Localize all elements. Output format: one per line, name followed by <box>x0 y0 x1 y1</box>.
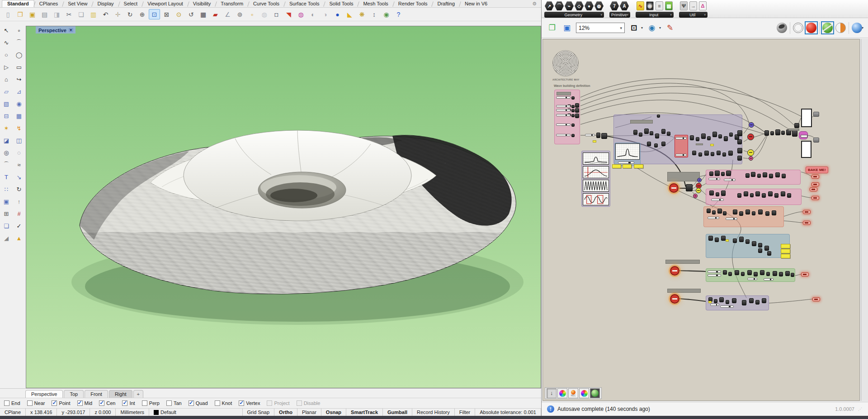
gh-node[interactable] <box>747 270 752 275</box>
gh-node[interactable] <box>737 130 742 136</box>
gh-node[interactable] <box>647 142 651 146</box>
osnap-checkbox-int[interactable] <box>122 400 127 406</box>
gh-open-button[interactable]: ❐ <box>546 22 558 34</box>
gh-node[interactable] <box>745 239 750 244</box>
osnap-vertex[interactable]: Vertex <box>239 400 260 406</box>
status-planar[interactable]: Planar <box>297 409 321 416</box>
cone-tool-icon[interactable]: ▲ <box>14 233 25 243</box>
ghosted-sphere-icon[interactable]: ◑ <box>320 9 331 19</box>
gh-node[interactable] <box>739 211 743 216</box>
flag-icon[interactable]: ◣ <box>344 9 355 19</box>
gh-node[interactable] <box>709 190 714 195</box>
osnap-checkbox-tan[interactable] <box>166 400 172 406</box>
section-tool-icon[interactable]: # <box>14 208 25 219</box>
status-record-history[interactable]: Record History <box>412 409 455 416</box>
gh-node[interactable] <box>723 270 727 275</box>
osnap-tan[interactable]: Tan <box>166 400 182 406</box>
gh-slider-highlighted[interactable] <box>799 131 808 139</box>
viewport-new-tab-button[interactable]: + <box>133 390 143 398</box>
gh-panel-output-b[interactable] <box>801 141 811 158</box>
gh-tab-label-util[interactable]: Util <box>679 12 708 18</box>
split-tool-icon[interactable]: ◫ <box>14 135 25 146</box>
brep-icon[interactable]: ◍ <box>594 1 604 11</box>
circle-center-icon[interactable]: ⊚ <box>234 9 245 19</box>
viewport-tab-right[interactable]: Right <box>109 390 132 398</box>
gh-node[interactable] <box>737 148 742 153</box>
knob-icon[interactable]: ◉ <box>646 1 654 10</box>
osnap-checkbox-end[interactable] <box>4 400 9 406</box>
gh-node[interactable] <box>781 191 785 196</box>
gh-bake-button[interactable] <box>801 272 809 276</box>
explode-tool-icon[interactable]: ✶ <box>1 123 12 133</box>
gh-bake-button[interactable] <box>812 297 820 301</box>
gh-node[interactable] <box>571 105 575 108</box>
osnap-checkbox-mid[interactable] <box>77 400 83 406</box>
gh-panel-yellow[interactable] <box>781 249 790 253</box>
gh-node[interactable] <box>729 133 733 137</box>
gh-node[interactable] <box>737 139 742 144</box>
gh-node[interactable] <box>633 130 637 135</box>
check-tool-icon[interactable]: ✓ <box>14 220 25 231</box>
gh-node[interactable] <box>760 270 764 275</box>
help-icon[interactable]: ? <box>393 9 404 19</box>
menu-tab-display[interactable]: Display <box>92 0 118 7</box>
relay-icon[interactable]: → <box>689 1 697 10</box>
osnap-checkbox-disable[interactable] <box>297 400 302 406</box>
blast-tool-icon[interactable]: ↯ <box>14 123 25 133</box>
open-file-icon[interactable]: ❐ <box>14 9 26 19</box>
gh-preview-eye-caret-icon[interactable]: ▾ <box>659 26 661 30</box>
menu-tab-render-tools[interactable]: Render Tools <box>393 0 433 7</box>
gh-canvas[interactable]: ARCHITECTURE WAY Wave building definitio… <box>542 39 860 401</box>
gh-node[interactable] <box>764 246 769 251</box>
gh-node[interactable] <box>775 129 780 135</box>
osnap-checkbox-cen[interactable] <box>99 400 104 406</box>
point-object-icon[interactable]: ▫ <box>246 9 258 19</box>
gh-node[interactable] <box>762 193 766 198</box>
menu-tab-curve-tools[interactable]: Curve Tools <box>248 0 284 7</box>
grid-tool-icon[interactable]: ⊞ <box>1 208 12 219</box>
gh-param-circle[interactable] <box>696 188 701 193</box>
osnap-cen[interactable]: Cen <box>99 400 115 406</box>
osnap-checkbox-project[interactable] <box>267 400 272 406</box>
boolean-tool-icon[interactable]: ◎ <box>1 147 12 158</box>
handle-curve-tool-icon[interactable]: ↪ <box>14 74 25 85</box>
gh-node[interactable] <box>737 193 741 198</box>
gh-connector-a[interactable] <box>813 112 819 117</box>
plane-icon[interactable]: ⌒ <box>555 1 564 11</box>
gh-node[interactable] <box>781 131 785 135</box>
gh-node[interactable] <box>770 131 774 135</box>
gh-node[interactable] <box>654 143 658 148</box>
gh-panel-yellow[interactable] <box>623 164 632 168</box>
gh-panel-mini[interactable] <box>710 144 714 146</box>
gh-node[interactable] <box>571 114 575 117</box>
gh-number-slider[interactable] <box>556 114 571 116</box>
extrude-tool-icon[interactable]: ↑ <box>14 196 25 207</box>
osnap-checkbox-vertex[interactable] <box>239 400 244 406</box>
new-file-icon[interactable]: ▯ <box>2 9 14 19</box>
gh-number-slider[interactable] <box>675 137 687 139</box>
widget-record-icon[interactable]: REC <box>568 388 578 398</box>
menu-tab-viewport-layout[interactable]: Viewport Layout <box>142 0 188 7</box>
gh-node[interactable] <box>755 300 760 305</box>
preview-wireframe-button[interactable] <box>792 21 805 34</box>
gh-node[interactable] <box>762 298 766 303</box>
gh-tab-label-input[interactable]: Input <box>636 12 674 18</box>
gh-panel-yellow[interactable] <box>634 164 643 168</box>
status-osnap[interactable]: Osnap <box>321 409 346 416</box>
gh-node[interactable] <box>766 272 770 276</box>
resize-grip-icon[interactable]: ⋰ <box>858 407 863 411</box>
gh-node[interactable] <box>704 151 709 156</box>
cylinder-tool-icon[interactable]: ⊟ <box>1 110 12 121</box>
gh-node[interactable] <box>763 172 767 177</box>
gh-node[interactable] <box>758 210 763 214</box>
osnap-point[interactable]: Point <box>52 400 70 406</box>
zoom-selected-icon[interactable]: ⊙ <box>173 9 184 19</box>
gh-bake-button[interactable] <box>803 221 811 225</box>
curve-tool-icon[interactable]: ∿ <box>1 37 12 48</box>
arc-tool-icon[interactable]: ⌒ <box>14 37 25 48</box>
gh-number-slider[interactable] <box>726 218 737 220</box>
gh-node[interactable] <box>721 190 726 196</box>
perspective-viewport[interactable]: Perspective ▾ <box>26 26 541 388</box>
gh-tab-label-geometry[interactable]: Geometry <box>544 12 604 18</box>
rectangle-tool-icon[interactable]: ▭ <box>14 62 25 72</box>
